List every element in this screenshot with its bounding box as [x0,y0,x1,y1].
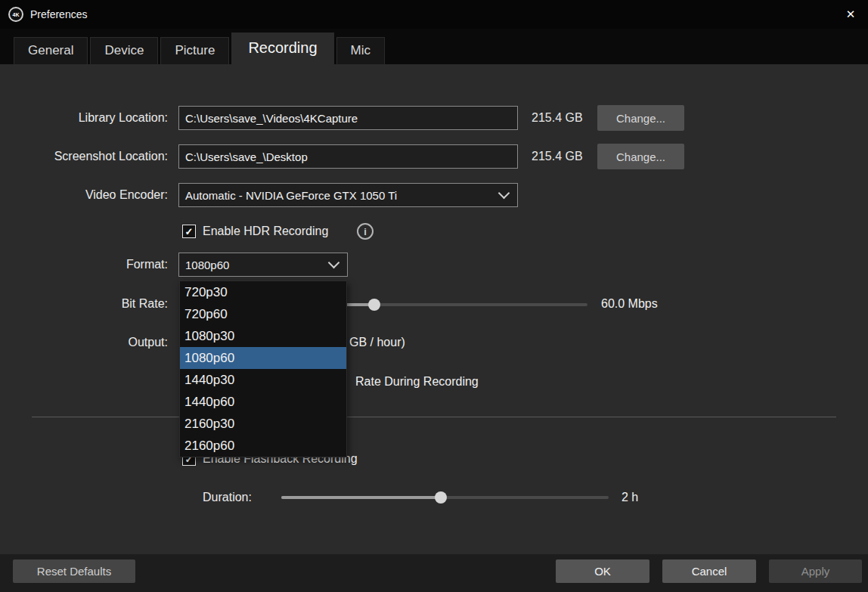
tab-mic[interactable]: Mic [336,37,385,64]
bitrate-during-recording-label-fragment: Rate During Recording [355,370,479,394]
format-option-1080p60[interactable]: 1080p60 [180,347,346,369]
screenshot-location-input[interactable] [178,144,518,169]
app-logo-icon: 4K [8,7,23,22]
preferences-window: 4K Preferences ✕ General Device Picture … [0,0,868,592]
window-title: Preferences [30,8,87,20]
screenshot-free-space: 215.4 GB [532,144,583,169]
format-option-2160p60[interactable]: 2160p60 [180,435,346,457]
cancel-button[interactable]: Cancel [662,559,756,583]
library-location-input[interactable] [178,106,518,130]
footer-bar: Reset Defaults OK Cancel Apply [0,554,868,592]
checkmark-icon: ✓ [185,226,194,237]
hdr-label: Enable HDR Recording [203,219,354,243]
duration-value: 2 h [622,485,638,510]
duration-label: Duration: [203,485,271,510]
chevron-down-icon [328,257,340,269]
section-divider [32,417,836,417]
duration-slider-fill [281,496,441,499]
format-option-720p30[interactable]: 720p30 [180,281,346,303]
titlebar: 4K Preferences ✕ [0,0,868,29]
format-dropdown-list: 720p30 720p60 1080p30 1080p60 1440p30 14… [179,281,347,457]
close-icon[interactable]: ✕ [833,0,868,29]
screenshot-location-label: Screenshot Location: [30,144,168,169]
output-value-fragment: GB / hour) [349,330,405,355]
apply-button: Apply [769,559,862,583]
tab-picture[interactable]: Picture [160,37,229,64]
hdr-checkbox[interactable]: ✓ [182,225,196,238]
output-label: Output: [30,330,168,355]
ok-button[interactable]: OK [556,559,649,583]
format-value: 1080p60 [185,259,229,271]
tab-general[interactable]: General [14,37,88,64]
hdr-info-icon[interactable]: i [357,223,374,240]
reset-defaults-button[interactable]: Reset Defaults [13,559,135,583]
library-change-button[interactable]: Change... [597,105,684,131]
tab-device[interactable]: Device [90,37,158,64]
library-free-space: 215.4 GB [532,106,583,130]
library-location-label: Library Location: [30,106,168,130]
format-option-2160p30[interactable]: 2160p30 [180,413,346,435]
format-label: Format: [30,253,168,277]
bitrate-label: Bit Rate: [30,292,168,316]
screenshot-change-button[interactable]: Change... [597,144,684,169]
tab-recording[interactable]: Recording [231,33,333,64]
tab-bar: General Device Picture Recording Mic [0,29,868,64]
video-encoder-select[interactable]: Automatic - NVIDIA GeForce GTX 1050 Ti [178,183,518,207]
info-glyph: i [364,226,367,237]
bitrate-slider-handle[interactable] [368,299,380,311]
format-select[interactable]: 1080p60 [178,253,348,277]
chevron-down-icon [498,188,510,200]
duration-slider-handle[interactable] [435,491,447,504]
format-option-1440p60[interactable]: 1440p60 [180,391,346,413]
format-option-1440p30[interactable]: 1440p30 [180,369,346,391]
bitrate-value: 60.0 Mbps [601,292,658,316]
format-option-720p60[interactable]: 720p60 [180,303,346,325]
app-logo-text: 4K [13,12,20,17]
video-encoder-label: Video Encoder: [30,183,168,207]
format-option-1080p30[interactable]: 1080p30 [180,325,346,347]
video-encoder-value: Automatic - NVIDIA GeForce GTX 1050 Ti [185,189,397,202]
